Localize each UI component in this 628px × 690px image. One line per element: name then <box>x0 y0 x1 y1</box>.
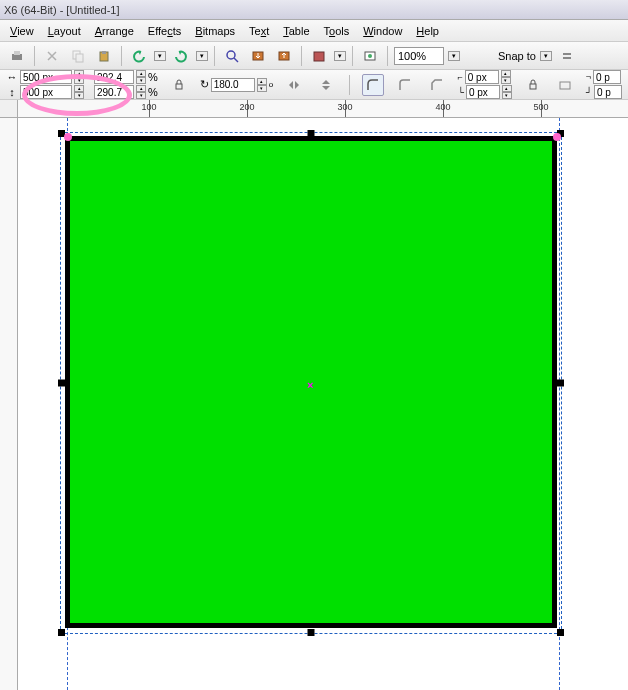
cut-button[interactable] <box>41 45 63 67</box>
publish-dropdown[interactable]: ▾ <box>334 51 346 61</box>
svg-point-6 <box>227 51 235 59</box>
scale-y-spinner[interactable]: ▴▾ <box>136 85 146 99</box>
title-bar: X6 (64-Bit) - [Untitled-1] <box>0 0 628 20</box>
round-corner-button[interactable] <box>362 74 384 96</box>
menu-bar: View Layout Arrange Effects Bitmaps Text… <box>0 20 628 42</box>
corner-icon: ¬ <box>586 72 591 82</box>
zoom-input[interactable] <box>394 47 444 65</box>
mirror-v-button[interactable] <box>315 74 337 96</box>
menu-tools[interactable]: Tools <box>324 25 350 37</box>
svg-rect-5 <box>102 51 106 54</box>
snap-dropdown[interactable]: ▾ <box>540 51 552 61</box>
ruler-origin[interactable] <box>0 100 18 118</box>
svg-line-7 <box>234 58 238 62</box>
scale-y-input[interactable] <box>94 85 134 99</box>
lock-ratio-button[interactable] <box>168 74 190 96</box>
options-button[interactable] <box>556 45 578 67</box>
zoom-dropdown[interactable]: ▾ <box>448 51 460 61</box>
percent-label: % <box>148 71 158 83</box>
rotation-input[interactable] <box>211 78 255 92</box>
node-marker[interactable] <box>64 133 72 141</box>
ruler-tick: 100 <box>141 102 156 112</box>
export-button[interactable] <box>273 45 295 67</box>
corner4-input[interactable] <box>594 85 622 99</box>
menu-effects[interactable]: Effects <box>148 25 181 37</box>
scallop-corner-button[interactable] <box>394 74 416 96</box>
rectangle-shape[interactable] <box>65 136 557 628</box>
width-spinner[interactable]: ▴▾ <box>74 70 84 84</box>
corner1-input[interactable] <box>465 70 499 84</box>
snap-label: Snap to <box>498 50 536 62</box>
size-box: ↔ ▴▾ ↕ ▴▾ <box>6 70 84 99</box>
menu-bitmaps[interactable]: Bitmaps <box>195 25 235 37</box>
menu-help[interactable]: Help <box>416 25 439 37</box>
svg-rect-17 <box>560 82 570 89</box>
ruler-tick: 300 <box>337 102 352 112</box>
scale-x-input[interactable] <box>94 70 134 84</box>
rotation-box: ↻ ▴▾ o <box>200 78 273 92</box>
svg-rect-10 <box>314 52 324 61</box>
menu-layout[interactable]: Layout <box>48 25 81 37</box>
svg-rect-14 <box>563 57 571 59</box>
window-title: X6 (64-Bit) - [Untitled-1] <box>4 4 120 16</box>
undo-dropdown[interactable]: ▾ <box>154 51 166 61</box>
separator <box>349 75 350 95</box>
scale-x-spinner[interactable]: ▴▾ <box>136 70 146 84</box>
height-input[interactable] <box>20 85 72 99</box>
separator <box>301 46 302 66</box>
relative-corner-button[interactable] <box>554 74 576 96</box>
menu-text[interactable]: Text <box>249 25 269 37</box>
corner1-spinner[interactable]: ▴▾ <box>501 70 511 84</box>
svg-rect-3 <box>76 54 83 62</box>
copy-button[interactable] <box>67 45 89 67</box>
horizontal-ruler[interactable]: 100 200 300 400 500 <box>18 100 628 118</box>
percent-label: % <box>148 86 158 98</box>
degree-label: o <box>269 80 273 89</box>
node-marker[interactable] <box>553 133 561 141</box>
welcome-button[interactable] <box>359 45 381 67</box>
menu-table[interactable]: Table <box>283 25 309 37</box>
corner-box: ⌐ ▴▾ └ ▴▾ <box>458 70 512 99</box>
publish-button[interactable] <box>308 45 330 67</box>
canvas[interactable]: × <box>18 118 628 690</box>
redo-button[interactable] <box>170 45 192 67</box>
main-toolbar: ▾ ▾ ▾ ▾ Snap to ▾ <box>0 42 628 70</box>
search-button[interactable] <box>221 45 243 67</box>
corner2-input[interactable] <box>466 85 500 99</box>
import-button[interactable] <box>247 45 269 67</box>
guide-line[interactable] <box>559 118 560 690</box>
resize-handle[interactable] <box>58 629 65 636</box>
menu-arrange[interactable]: Arrange <box>95 25 134 37</box>
corner2-spinner[interactable]: ▴▾ <box>502 85 512 99</box>
separator <box>121 46 122 66</box>
menu-view[interactable]: View <box>10 25 34 37</box>
menu-window[interactable]: Window <box>363 25 402 37</box>
vertical-ruler[interactable] <box>0 118 18 690</box>
corner-icon: ┘ <box>586 87 592 97</box>
corner-icon: └ <box>458 87 464 97</box>
corner3-input[interactable] <box>593 70 621 84</box>
svg-rect-16 <box>530 84 536 89</box>
paste-button[interactable] <box>93 45 115 67</box>
width-input[interactable] <box>20 70 72 84</box>
resize-handle[interactable] <box>58 380 65 387</box>
separator <box>352 46 353 66</box>
corner-lock-button[interactable] <box>522 74 544 96</box>
mirror-h-button[interactable] <box>283 74 305 96</box>
print-button[interactable] <box>6 45 28 67</box>
separator <box>34 46 35 66</box>
ruler-tick: 400 <box>435 102 450 112</box>
ruler-tick: 200 <box>239 102 254 112</box>
height-spinner[interactable]: ▴▾ <box>74 85 84 99</box>
resize-handle[interactable] <box>308 629 315 636</box>
corner-box2: ¬ ┘ <box>586 70 622 99</box>
svg-rect-15 <box>176 84 182 89</box>
rotation-spinner[interactable]: ▴▾ <box>257 78 267 92</box>
chamfer-corner-button[interactable] <box>426 74 448 96</box>
separator <box>387 46 388 66</box>
scale-box: ▴▾ % ▴▾ % <box>94 70 158 99</box>
separator <box>214 46 215 66</box>
undo-button[interactable] <box>128 45 150 67</box>
redo-dropdown[interactable]: ▾ <box>196 51 208 61</box>
height-icon: ↕ <box>6 86 18 98</box>
